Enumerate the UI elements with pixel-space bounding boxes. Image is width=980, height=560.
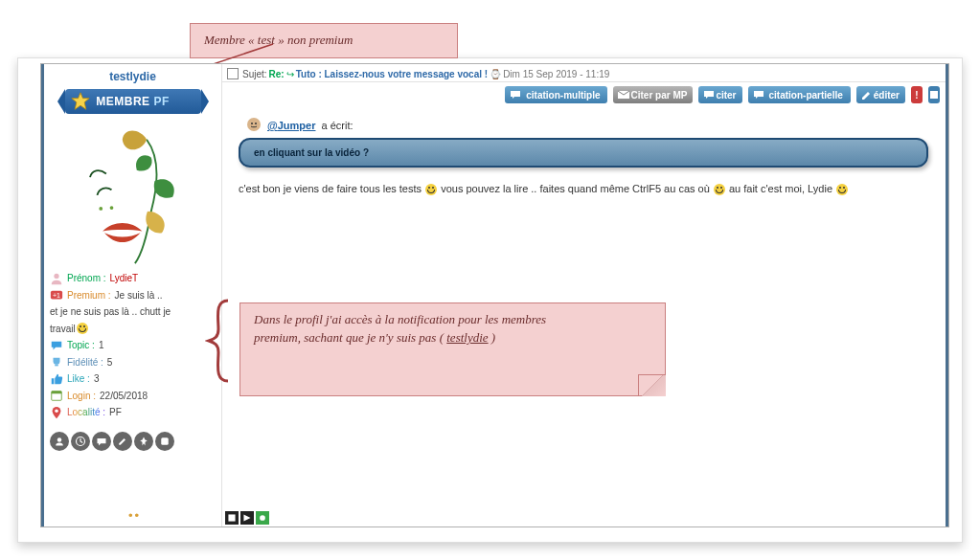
mention-user[interactable]: Jumper — [278, 120, 316, 131]
mention-at[interactable]: @ — [267, 120, 278, 131]
subject-re: Re: — [269, 69, 285, 79]
svg-rect-7 — [55, 365, 58, 367]
subject-timestamp: Dim 15 Sep 2019 - 11:19 — [503, 69, 609, 79]
svg-rect-9 — [52, 392, 62, 394]
footer-icon-1[interactable] — [225, 511, 239, 525]
avatar — [44, 122, 221, 265]
svg-rect-13 — [161, 437, 169, 445]
profile-action-clock[interactable] — [71, 432, 90, 451]
svg-point-2 — [109, 206, 113, 210]
quote-button[interactable]: citer — [698, 86, 741, 103]
extra-action-button[interactable] — [928, 86, 940, 103]
svg-point-4 — [54, 274, 58, 279]
field-fidelite-label: Fidélité : — [67, 355, 103, 370]
quote-content: en cliquant sur la vidéo ? — [239, 138, 928, 168]
location-icon — [50, 406, 63, 419]
field-fidelite-value: 5 — [107, 355, 113, 370]
star-icon — [71, 92, 90, 111]
pencil-icon — [860, 88, 874, 101]
callout-profile-note: Dans le profil j'ai accès à la notificat… — [239, 302, 666, 396]
smile-icon — [425, 184, 437, 195]
quote-icon — [509, 88, 522, 101]
post-subject-line: Sujet: Re: ↪ Tuto : Laissez-nous votre m… — [221, 64, 946, 82]
svg-point-3 — [99, 207, 103, 211]
multi-quote-label: citation-multiple — [526, 90, 600, 101]
ribbon-member: MEMBRE — [96, 95, 149, 108]
field-premium-label: Premium : — [67, 288, 111, 303]
svg-point-22 — [260, 515, 265, 521]
thumb-up-icon — [50, 372, 63, 386]
member-rank-ribbon: MEMBRE PF — [65, 89, 201, 114]
svg-point-10 — [55, 409, 58, 413]
quote-pm-label: Citer par MP — [630, 90, 687, 101]
smile-icon — [836, 184, 848, 195]
checkbox-icon[interactable] — [227, 68, 239, 79]
partial-quote-label: citation-partielle — [769, 90, 843, 101]
field-status-a: et je ne suis pas là .. chutt je — [50, 304, 171, 320]
speech-bubble-icon — [50, 339, 63, 352]
field-localite-value: PF — [109, 405, 122, 420]
svg-rect-17 — [930, 91, 938, 99]
post-action-bar: citation-multiple Citer par MP citer cit… — [221, 82, 946, 107]
smile-icon — [714, 184, 725, 195]
profile-action-message[interactable] — [92, 432, 111, 451]
edit-button[interactable]: éditer — [856, 86, 905, 103]
footer-icon-online[interactable] — [256, 511, 269, 525]
quote-wrote: a écrit: — [321, 120, 353, 131]
profile-action-icons — [44, 426, 221, 451]
profile-sidebar: testlydie MEMBRE PF — [44, 64, 222, 526]
field-like-value: 3 — [94, 371, 100, 387]
callout-profile-link: testlydie — [446, 330, 488, 345]
forum-post: testlydie MEMBRE PF — [40, 63, 949, 527]
body-seg-1: c'est bon je viens de faire tous les tes… — [239, 183, 424, 194]
body-seg-3: au fait c'est moi, Lydie — [729, 183, 835, 194]
calendar-icon — [50, 389, 63, 402]
curly-brace-icon — [205, 299, 234, 383]
field-login-label: Login : — [67, 389, 96, 404]
profile-fields: Prénom : LydieT +1 Premium : Je suis là … — [44, 265, 221, 426]
svg-rect-21 — [228, 514, 235, 521]
callout-profile-text-a: Dans le profil j'ai accès à la notificat… — [254, 312, 546, 326]
svg-point-20 — [255, 123, 257, 124]
profile-username[interactable]: testlydie — [44, 70, 221, 83]
quote-header: @Jumper a écrit: — [246, 117, 928, 134]
post-footer-icons — [225, 511, 269, 525]
multi-quote-button[interactable]: citation-multiple — [505, 86, 607, 103]
quote-icon-3 — [752, 88, 765, 101]
subject-title-link[interactable]: Tuto : Laissez-nous votre message vocal … — [296, 69, 488, 79]
quote-label: citer — [716, 90, 736, 101]
svg-point-18 — [247, 118, 261, 131]
footer-icon-2[interactable] — [240, 511, 254, 525]
field-prenom-label: Prénom : — [67, 271, 106, 286]
field-like-label: Like : — [67, 371, 90, 387]
svg-text:!: ! — [915, 90, 918, 101]
field-premium-value: Je suis là .. — [115, 288, 163, 303]
field-login-value: 22/05/2018 — [100, 389, 148, 404]
profile-action-pin[interactable] — [134, 432, 153, 451]
cup-icon — [50, 355, 63, 369]
quote-pm-button[interactable]: Citer par MP — [613, 86, 693, 103]
svg-point-11 — [57, 437, 62, 442]
smile-icon — [77, 323, 88, 334]
ribbon-pf: PF — [153, 95, 169, 108]
field-prenom-value: LydieT — [110, 271, 139, 286]
warn-button[interactable]: ! — [911, 86, 923, 103]
svg-point-19 — [251, 123, 253, 124]
quote-icon-2 — [702, 88, 716, 101]
premium-badge-icon: +1 — [50, 288, 63, 302]
avatar-image — [61, 122, 205, 265]
field-status-b: travail — [50, 322, 76, 337]
accent-bar-right — [946, 64, 948, 526]
profile-action-user[interactable] — [50, 432, 69, 451]
callout-profile-text-c: ) — [491, 330, 495, 345]
reply-arrow-icon: ↪ — [286, 69, 294, 79]
partial-quote-button[interactable]: citation-partielle — [748, 86, 851, 103]
person-icon — [50, 272, 63, 285]
subject-label: Sujet: — [242, 69, 267, 79]
svg-text:+1: +1 — [53, 292, 60, 299]
field-topic-label: Topic : — [67, 338, 95, 353]
profile-action-more[interactable] — [155, 432, 174, 451]
profile-action-edit[interactable] — [113, 432, 132, 451]
dots-icon: •• — [128, 508, 141, 523]
mail-icon — [617, 88, 630, 101]
